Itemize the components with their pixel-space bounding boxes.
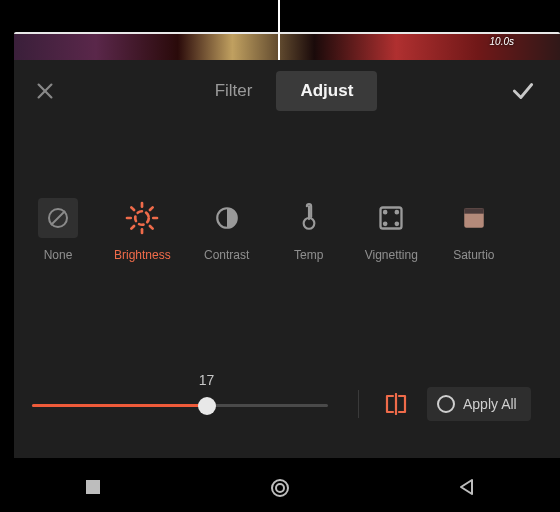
svg-point-24 [272,480,288,496]
adjustment-label: Temp [294,248,323,262]
close-icon [34,80,56,102]
adjustment-label: Contrast [204,248,249,262]
slider-value-label: 17 [199,372,215,388]
svg-line-11 [132,226,135,229]
divider [358,390,359,418]
clip-thumbnail-strip[interactable] [14,32,560,62]
compare-icon [382,393,410,415]
system-nav-bar [0,470,560,512]
apply-all-label: Apply All [463,396,517,412]
slider-row: 17 Apply All [32,384,560,424]
svg-line-3 [51,211,65,225]
svg-rect-21 [464,208,484,213]
adjustment-list: None Brightness Cont [14,122,560,262]
svg-point-4 [136,211,150,225]
svg-line-12 [150,207,153,210]
svg-point-17 [396,211,398,213]
svg-point-16 [384,211,386,213]
triangle-back-icon [458,478,476,496]
adjust-panel: Filter Adjust None [14,60,560,458]
adjustment-temp[interactable]: Temp [283,198,335,262]
panel-header: Filter Adjust [14,60,560,122]
tab-bar: Filter Adjust [62,71,506,111]
check-icon [510,78,536,104]
close-button[interactable] [28,74,62,108]
nav-recent-button[interactable] [84,478,102,496]
tab-filter[interactable]: Filter [191,71,277,111]
apply-all-button[interactable]: Apply All [427,387,531,421]
square-icon [84,478,102,496]
adjustment-label: None [44,248,73,262]
nav-back-button[interactable] [458,478,476,496]
svg-line-9 [132,207,135,210]
clip-duration-label: 10.0s [490,36,514,47]
svg-line-10 [150,226,153,229]
circle-icon [437,395,455,413]
slider-knob[interactable] [198,397,216,415]
adjustment-label: Brightness [114,248,171,262]
nav-home-button[interactable] [270,478,290,498]
brightness-icon [124,200,160,236]
playhead-indicator [278,0,280,60]
adjustment-label: Vignetting [365,248,418,262]
circle-icon [270,478,290,498]
adjustment-label: Saturtio [453,248,494,262]
adjustment-saturation[interactable]: Saturtio [448,198,500,262]
saturation-icon [461,205,487,231]
confirm-button[interactable] [506,74,540,108]
svg-point-25 [276,484,284,492]
compare-button[interactable] [379,387,413,421]
adjustment-contrast[interactable]: Contrast [201,198,253,262]
svg-rect-23 [86,480,100,494]
adjustment-brightness[interactable]: Brightness [114,198,171,262]
temperature-icon [296,203,322,233]
vignette-icon [377,204,405,232]
svg-point-18 [384,223,386,225]
slider-fill [32,404,207,407]
none-icon [46,206,70,230]
tab-adjust[interactable]: Adjust [276,71,377,111]
adjustment-none[interactable]: None [32,198,84,262]
value-slider[interactable]: 17 [32,384,328,424]
adjustment-vignetting[interactable]: Vignetting [365,198,418,262]
contrast-icon [214,205,240,231]
svg-point-19 [396,223,398,225]
